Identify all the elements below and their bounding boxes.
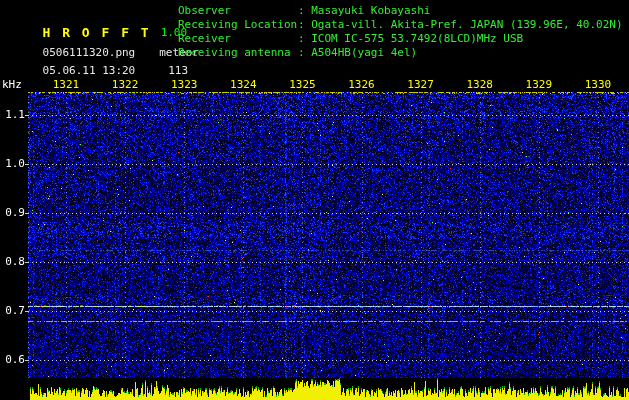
info-label: Observer	[178, 4, 298, 18]
header-datetime-line: 05.06.11 13:20113	[4, 40, 188, 97]
info-separator: :	[298, 46, 311, 60]
info-label: Receiver	[178, 32, 298, 46]
info-value: Ogata-vill. Akita-Pref. JAPAN (139.96E, …	[311, 18, 622, 32]
receiver-info-block: Observer: Masayuki KobayashiReceiving Lo…	[178, 4, 623, 60]
receiver-info-row: Receiving Location: Ogata-vill. Akita-Pr…	[178, 18, 623, 32]
observation-datetime: 05.06.11 13:20	[43, 64, 136, 77]
info-value: Masayuki Kobayashi	[311, 4, 430, 18]
info-label: Receiving Location	[178, 18, 298, 32]
info-value: A504HB(yagi 4el)	[311, 46, 417, 60]
info-value: ICOM IC-575 53.7492(8LCD)MHz USB	[311, 32, 523, 46]
info-separator: :	[298, 18, 311, 32]
info-label: Receiving antenna	[178, 46, 298, 60]
receiver-info-row: Observer: Masayuki Kobayashi	[178, 4, 623, 18]
y-axis-unit-label: kHz	[2, 78, 22, 91]
receiver-info-row: Receiving antenna: A504HB(yagi 4el)	[178, 46, 623, 60]
info-separator: :	[298, 4, 311, 18]
hrofft-screen: H R O F F T1.00 0506111320.pngmeteor 05.…	[0, 0, 629, 400]
receiver-info-row: Receiver: ICOM IC-575 53.7492(8LCD)MHz U…	[178, 32, 623, 46]
info-separator: :	[298, 32, 311, 46]
echo-count: 113	[168, 64, 188, 77]
